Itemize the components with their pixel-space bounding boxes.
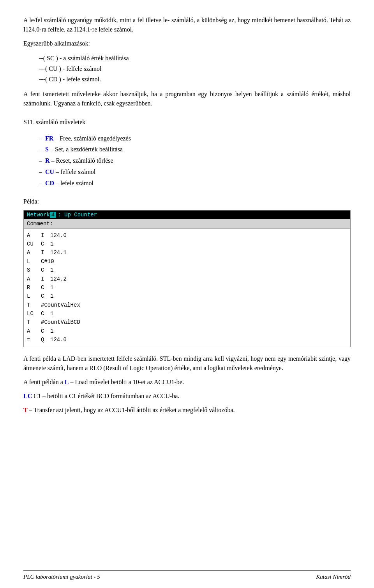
bullet-item-4: – CU – felfele számol — [39, 167, 351, 178]
footer-left: PLC laboratóriumi gyakorlat - 5 — [23, 574, 100, 580]
op-12: A — [27, 327, 41, 335]
paragraph-3: A fent ismertetett műveleteke akkor hasz… — [23, 90, 351, 108]
type-1: I — [41, 231, 50, 240]
type-5: C — [41, 266, 50, 274]
val-3: 124.1 — [50, 248, 67, 257]
op-7: R — [27, 283, 41, 292]
example-line-cu: ---( CU ) - felfele számol — [39, 63, 351, 74]
bullet-key-5: CD — [45, 180, 54, 186]
page-content: A le/fel számláló ugyanúgy működik, mint… — [23, 16, 351, 415]
network-prefix: Network — [27, 212, 50, 218]
bullet-item-5: – CD – lefele számol — [39, 178, 351, 189]
type-3: I — [41, 248, 50, 257]
type-9: #CountValHex — [41, 301, 50, 309]
bullet-key-4: CU — [45, 169, 54, 175]
paragraph-1: A le/fel számláló ugyanúgy működik, mint… — [23, 16, 351, 34]
dash-2: – — [39, 144, 42, 155]
dash-3: – — [39, 155, 42, 167]
footer-right: Kutasi Nimród — [316, 574, 351, 580]
example-line-sc: --( SC ) - a számláló érték beállítása — [39, 53, 351, 63]
network-header: Network 4: Up Counter — [24, 211, 350, 219]
op-9: T — [27, 301, 41, 309]
type-7: C — [41, 283, 50, 292]
op-11: T — [27, 318, 41, 326]
val-10: 1 — [50, 309, 53, 318]
op-3: A — [27, 248, 41, 257]
bullet-item-2: – S – Set, a kezdőérték beállítása — [39, 144, 351, 155]
val-1: 124.0 — [50, 231, 67, 240]
code-line-6: A I 124.2 — [27, 275, 347, 283]
op-2: CU — [27, 240, 41, 248]
bullet-label-1: FR – Free, számláló engedélyezés — [45, 133, 131, 144]
val-5: 1 — [50, 266, 53, 274]
type-13: Q — [41, 335, 50, 344]
bullet-key-1: FR — [45, 135, 53, 142]
val-2: 1 — [50, 240, 53, 248]
bullet-label-4: CU – felfele számol — [45, 167, 95, 178]
bullet-label-5: CD – lefele számol — [45, 178, 94, 189]
network-number: 4 — [50, 212, 56, 218]
op-8: L — [27, 292, 41, 300]
bullet-item-3: – R – Reset, számláló törlése — [39, 155, 351, 167]
example-label: Példa: — [23, 197, 351, 206]
type-6: I — [41, 275, 50, 283]
section-title: STL számláló műveletek — [23, 118, 351, 127]
after-code-p2-L: L — [65, 379, 69, 385]
op-1: A — [27, 231, 41, 240]
val-7: 1 — [50, 283, 53, 292]
after-code-p2-suffix: – Load művelet betölti a 10-et az ACCU1-… — [69, 379, 183, 385]
code-line-13: = Q 124.0 — [27, 335, 347, 344]
type-2: C — [41, 240, 50, 248]
footer-bar: PLC laboratóriumi gyakorlat - 5 Kutasi N… — [23, 570, 351, 580]
comment-row: Comment: — [24, 219, 350, 229]
after-code-p4-text: – Transfer azt jelenti, hogy az ACCU1-bő… — [28, 407, 235, 413]
val-8: 1 — [50, 292, 53, 300]
code-line-9: T #CountValHex — [27, 301, 347, 309]
code-line-12: A C 1 — [27, 327, 347, 335]
op-6: A — [27, 275, 41, 283]
type-8: C — [41, 292, 50, 300]
op-4: L — [27, 257, 41, 266]
bullet-label-3: R – Reset, számláló törlése — [45, 155, 113, 167]
dash-1: – — [39, 133, 42, 144]
after-code-p3: LC C1 – betölti a C1 értékét BCD formátu… — [23, 391, 351, 401]
val-13: 124.0 — [50, 335, 67, 344]
code-line-10: LC C 1 — [27, 309, 347, 318]
val-6: 124.2 — [50, 275, 67, 283]
code-area: A I 124.0 CU C 1 A I 124.1 L C#10 S C 1 … — [24, 229, 350, 347]
type-4: C#10 — [41, 257, 50, 266]
bullet-key-2: S — [45, 146, 49, 153]
bullet-label-2: S – Set, a kezdőérték beállítása — [45, 144, 123, 155]
code-line-5: S C 1 — [27, 266, 347, 274]
after-code-p4-T: T — [23, 407, 28, 413]
code-line-1: A I 124.0 — [27, 231, 347, 240]
dash-5: – — [39, 178, 42, 189]
bullet-item-1: – FR – Free, számláló engedélyezés — [39, 133, 351, 144]
bullet-key-3: R — [45, 157, 50, 164]
after-code-p4: T – Transfer azt jelenti, hogy az ACCU1-… — [23, 405, 351, 415]
dash-4: – — [39, 167, 42, 178]
code-line-2: CU C 1 — [27, 240, 347, 248]
code-line-4: L C#10 — [27, 257, 347, 266]
after-code-p3-LC: LC — [23, 393, 32, 399]
op-5: S — [27, 266, 41, 274]
paragraph-2-label: Egyszerűbb alkalmazások: — [23, 39, 351, 48]
op-10: LC — [27, 309, 41, 318]
code-line-11: T #CountValBCD — [27, 318, 347, 326]
after-code-p1: A fenti példa a LAD-ben ismertetett felf… — [23, 354, 351, 373]
val-12: 1 — [50, 327, 53, 335]
code-line-8: L C 1 — [27, 292, 347, 300]
bullet-list: – FR – Free, számláló engedélyezés – S –… — [39, 133, 351, 189]
type-11: #CountValBCD — [41, 318, 50, 326]
type-12: C — [41, 327, 50, 335]
type-10: C — [41, 309, 50, 318]
code-line-7: R C 1 — [27, 283, 347, 292]
network-title: : Up Counter — [58, 212, 97, 218]
comment-label: Comment: — [27, 221, 53, 227]
examples-block: --( SC ) - a számláló érték beállítása -… — [39, 53, 351, 85]
network-block: Network 4: Up Counter Comment: A I 124.0… — [23, 210, 351, 347]
after-code-p2: A fenti példán a L – Load művelet betölt… — [23, 377, 351, 387]
after-code-p3-text: C1 – betölti a C1 értékét BCD formátumba… — [32, 393, 179, 399]
op-13: = — [27, 335, 41, 344]
example-line-cd: ---( CD ) - lefele számol. — [39, 74, 351, 84]
